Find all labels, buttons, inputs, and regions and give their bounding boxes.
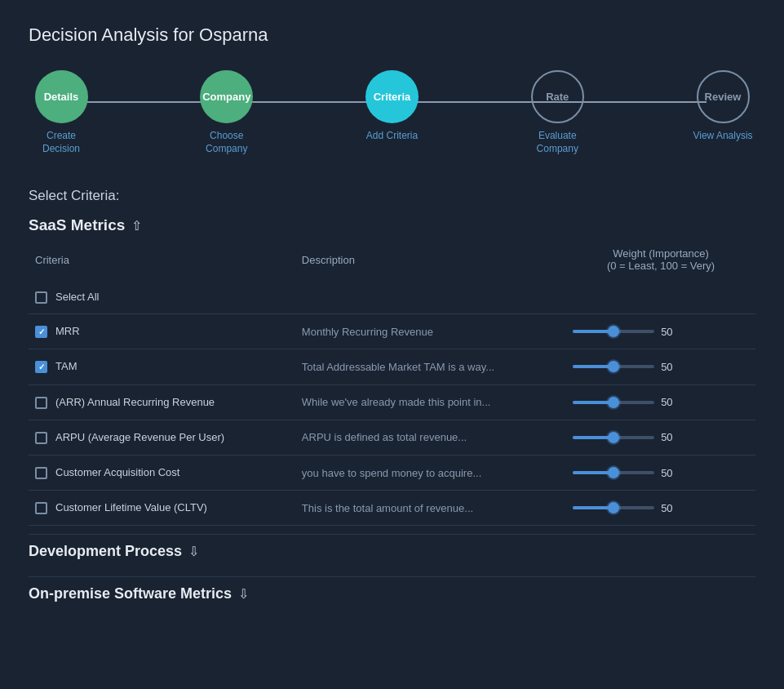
cltv-name-cell: Customer Lifetime Value (CLTV)	[35, 500, 289, 515]
development-chevron-down-icon: ⇩	[188, 544, 199, 559]
arr-slider-track	[573, 401, 654, 404]
onpremise-title: On-premise Software Metrics	[29, 585, 232, 602]
cac-name-cell: Customer Acquisition Cost	[35, 465, 289, 480]
criteria-table: Criteria Description Weight (Importance)…	[29, 244, 755, 526]
step-company-label: ChooseCompany	[206, 130, 247, 155]
arr-description: While we've already made this point in..…	[295, 385, 566, 420]
cac-description: you have to spend money to acquire...	[295, 455, 566, 490]
tam-name-cell: TAM	[35, 359, 289, 374]
step-details[interactable]: Details CreateDecision	[29, 70, 94, 155]
select-criteria-label: Select Criteria:	[29, 188, 755, 204]
arpu-weight-cell: 50	[573, 431, 749, 443]
mrr-weight-cell: 50	[573, 326, 749, 338]
saas-section-title: SaaS Metrics	[29, 216, 125, 234]
cltv-description: This is the total amount of revenue...	[295, 491, 566, 526]
saas-chevron-up-icon: ⇧	[131, 218, 142, 233]
tam-name: TAM	[55, 359, 77, 374]
col-criteria: Criteria	[29, 244, 295, 280]
tam-slider-container: 50	[573, 361, 749, 373]
step-review-circle: Review	[697, 70, 750, 123]
arr-weight-cell: 50	[573, 396, 749, 408]
mrr-slider-thumb[interactable]	[608, 326, 619, 337]
table-row: Customer Acquisition Cost you have to sp…	[29, 455, 755, 490]
select-all-checkbox[interactable]	[35, 291, 47, 304]
select-all-label[interactable]: Select All	[35, 290, 749, 304]
step-details-label: CreateDecision	[42, 130, 80, 155]
tam-description: Total Addressable Market TAM is a way...	[295, 349, 566, 385]
arpu-name: ARPU (Average Revenue Per User)	[55, 430, 224, 445]
table-row: TAM Total Addressable Market TAM is a wa…	[29, 349, 755, 385]
tam-slider-track	[573, 365, 654, 368]
col-description: Description	[295, 244, 566, 280]
arpu-slider-value: 50	[661, 431, 677, 443]
arpu-name-cell: ARPU (Average Revenue Per User)	[35, 430, 289, 445]
development-section: Development Process ⇩	[29, 534, 755, 568]
arr-checkbox[interactable]	[35, 397, 47, 409]
step-criteria[interactable]: Criteria Add Criteria	[360, 70, 425, 143]
onpremise-chevron-down-icon: ⇩	[238, 586, 249, 602]
arr-name: (ARR) Annual Recurring Revenue	[55, 395, 215, 410]
arr-slider-container: 50	[573, 396, 749, 408]
development-header[interactable]: Development Process ⇩	[29, 534, 755, 568]
step-review[interactable]: Review View Analysis	[690, 70, 755, 143]
cac-weight-cell: 50	[573, 467, 749, 479]
cltv-slider-value: 50	[661, 502, 677, 514]
mrr-slider-value: 50	[661, 326, 677, 338]
cltv-slider-thumb[interactable]	[608, 502, 619, 513]
mrr-name: MRR	[55, 324, 80, 339]
arpu-slider-track	[573, 436, 654, 439]
cltv-name: Customer Lifetime Value (CLTV)	[55, 500, 207, 515]
step-company-circle: Company	[200, 70, 253, 123]
mrr-name-cell: MRR	[35, 324, 289, 339]
onpremise-section: On-premise Software Metrics ⇩	[29, 576, 755, 611]
development-title: Development Process	[29, 543, 182, 560]
arr-slider-value: 50	[661, 396, 677, 408]
tam-slider-thumb[interactable]	[608, 361, 619, 372]
select-all-row: Select All	[29, 280, 755, 314]
arpu-description: ARPU is defined as total revenue...	[295, 420, 566, 455]
step-details-circle: Details	[35, 70, 88, 123]
tam-slider-value: 50	[661, 361, 677, 373]
table-row: ARPU (Average Revenue Per User) ARPU is …	[29, 420, 755, 455]
cltv-weight-cell: 50	[573, 502, 749, 514]
cac-slider-value: 50	[661, 467, 677, 479]
cac-slider-track	[573, 471, 654, 474]
cac-checkbox[interactable]	[35, 467, 47, 479]
arpu-slider-container: 50	[573, 431, 749, 443]
cltv-checkbox[interactable]	[35, 502, 47, 514]
cac-name: Customer Acquisition Cost	[55, 465, 179, 480]
step-rate-label: EvaluateCompany	[537, 130, 578, 155]
arr-name-cell: (ARR) Annual Recurring Revenue	[35, 395, 289, 410]
step-rate[interactable]: Rate EvaluateCompany	[525, 70, 590, 155]
arpu-slider-thumb[interactable]	[608, 432, 619, 443]
step-rate-circle: Rate	[531, 70, 584, 123]
cltv-slider-container: 50	[573, 502, 749, 514]
tam-weight-cell: 50	[573, 361, 749, 373]
page-title: Decision Analysis for Osparna	[29, 24, 755, 46]
step-criteria-label: Add Criteria	[366, 130, 418, 143]
mrr-description: Monthly Recurring Revenue	[295, 314, 566, 349]
step-review-label: View Analysis	[693, 130, 752, 143]
table-row: MRR Monthly Recurring Revenue 50	[29, 314, 755, 349]
table-row: Customer Lifetime Value (CLTV) This is t…	[29, 491, 755, 526]
saas-section-header[interactable]: SaaS Metrics ⇧	[29, 216, 755, 234]
cltv-slider-track	[573, 506, 654, 509]
mrr-slider-container: 50	[573, 326, 749, 338]
table-row: (ARR) Annual Recurring Revenue While we'…	[29, 385, 755, 420]
cac-slider-thumb[interactable]	[608, 467, 619, 478]
step-criteria-circle: Criteria	[365, 70, 419, 123]
step-company[interactable]: Company ChooseCompany	[194, 70, 259, 155]
arpu-checkbox[interactable]	[35, 432, 47, 444]
onpremise-header[interactable]: On-premise Software Metrics ⇩	[29, 576, 755, 611]
mrr-slider-track	[573, 330, 654, 333]
mrr-checkbox[interactable]	[35, 326, 47, 338]
arr-slider-thumb[interactable]	[608, 397, 619, 408]
tam-checkbox[interactable]	[35, 361, 47, 373]
cac-slider-container: 50	[573, 467, 749, 479]
content-area: Select Criteria: SaaS Metrics ⇧ Criteria…	[29, 184, 755, 611]
stepper: Details CreateDecision Company ChooseCom…	[29, 70, 755, 155]
col-weight: Weight (Importance) (0 = Least, 100 = Ve…	[566, 244, 755, 280]
